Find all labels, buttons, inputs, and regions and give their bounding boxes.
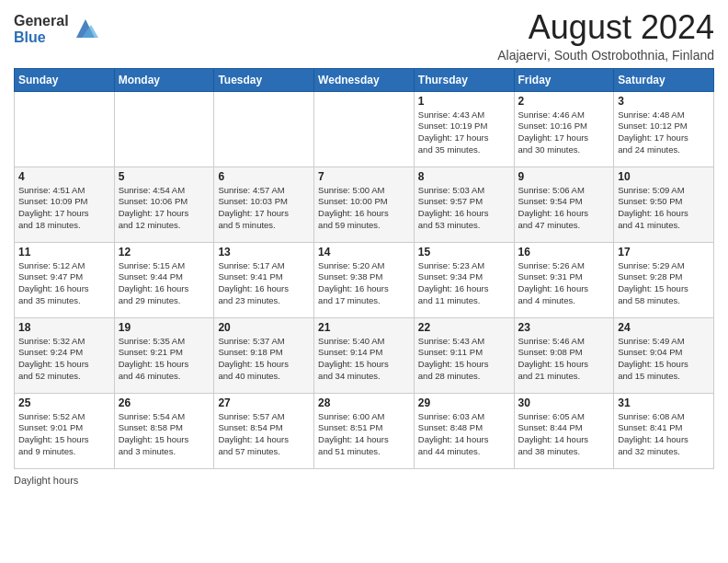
title-area: August 2024 Alajaervi, South Ostrobothni… bbox=[497, 9, 714, 63]
calendar-cell: 10Sunrise: 5:09 AM Sunset: 9:50 PM Dayli… bbox=[614, 167, 714, 242]
day-info: Sunrise: 5:49 AM Sunset: 9:04 PM Dayligh… bbox=[618, 336, 710, 383]
day-info: Sunrise: 5:17 AM Sunset: 9:41 PM Dayligh… bbox=[218, 260, 310, 307]
day-number: 1 bbox=[418, 95, 510, 108]
day-number: 3 bbox=[618, 95, 710, 108]
calendar-cell: 27Sunrise: 5:57 AM Sunset: 8:54 PM Dayli… bbox=[214, 393, 314, 468]
calendar-cell: 3Sunrise: 4:48 AM Sunset: 10:12 PM Dayli… bbox=[614, 91, 714, 167]
calendar-cell: 30Sunrise: 6:05 AM Sunset: 8:44 PM Dayli… bbox=[514, 393, 614, 468]
day-info: Sunrise: 5:35 AM Sunset: 9:21 PM Dayligh… bbox=[119, 336, 210, 383]
day-info: Sunrise: 6:03 AM Sunset: 8:48 PM Dayligh… bbox=[418, 411, 510, 458]
day-info: Sunrise: 6:00 AM Sunset: 8:51 PM Dayligh… bbox=[318, 411, 410, 458]
day-number: 31 bbox=[618, 396, 710, 409]
calendar-cell: 20Sunrise: 5:37 AM Sunset: 9:18 PM Dayli… bbox=[214, 317, 314, 393]
calendar-cell: 4Sunrise: 4:51 AM Sunset: 10:09 PM Dayli… bbox=[15, 167, 115, 242]
day-info: Sunrise: 4:48 AM Sunset: 10:12 PM Daylig… bbox=[618, 109, 710, 156]
day-number: 30 bbox=[518, 396, 610, 409]
week-row-3: 11Sunrise: 5:12 AM Sunset: 9:47 PM Dayli… bbox=[15, 242, 714, 317]
day-number: 20 bbox=[218, 321, 310, 334]
day-info: Sunrise: 4:46 AM Sunset: 10:16 PM Daylig… bbox=[518, 109, 610, 156]
calendar-cell bbox=[114, 91, 214, 167]
calendar-cell: 8Sunrise: 5:03 AM Sunset: 9:57 PM Daylig… bbox=[414, 167, 514, 242]
logo-general: General bbox=[14, 13, 69, 29]
day-header-sunday: Sunday bbox=[15, 68, 115, 91]
day-number: 27 bbox=[218, 396, 310, 409]
day-info: Sunrise: 5:23 AM Sunset: 9:34 PM Dayligh… bbox=[418, 260, 510, 307]
day-info: Sunrise: 5:00 AM Sunset: 10:00 PM Daylig… bbox=[318, 185, 410, 232]
day-number: 6 bbox=[218, 170, 310, 183]
day-number: 28 bbox=[318, 396, 410, 409]
calendar-cell: 25Sunrise: 5:52 AM Sunset: 9:01 PM Dayli… bbox=[15, 393, 115, 468]
day-info: Sunrise: 5:03 AM Sunset: 9:57 PM Dayligh… bbox=[418, 185, 510, 232]
day-number: 14 bbox=[318, 246, 410, 259]
day-number: 11 bbox=[18, 246, 110, 259]
calendar-cell: 21Sunrise: 5:40 AM Sunset: 9:14 PM Dayli… bbox=[314, 317, 415, 393]
header-area: General Blue August 2024 Alajaervi, Sout… bbox=[14, 9, 714, 63]
calendar-cell: 9Sunrise: 5:06 AM Sunset: 9:54 PM Daylig… bbox=[514, 167, 614, 242]
day-info: Sunrise: 5:37 AM Sunset: 9:18 PM Dayligh… bbox=[218, 336, 310, 383]
logo-blue: Blue bbox=[14, 29, 69, 46]
calendar-cell: 24Sunrise: 5:49 AM Sunset: 9:04 PM Dayli… bbox=[614, 317, 714, 393]
day-info: Sunrise: 5:57 AM Sunset: 8:54 PM Dayligh… bbox=[218, 411, 310, 458]
day-info: Sunrise: 5:15 AM Sunset: 9:44 PM Dayligh… bbox=[119, 260, 210, 307]
calendar-cell: 11Sunrise: 5:12 AM Sunset: 9:47 PM Dayli… bbox=[15, 242, 115, 317]
day-number: 7 bbox=[318, 170, 410, 183]
day-number: 5 bbox=[119, 170, 210, 183]
day-header-friday: Friday bbox=[514, 68, 614, 91]
week-row-2: 4Sunrise: 4:51 AM Sunset: 10:09 PM Dayli… bbox=[15, 167, 714, 242]
day-header-wednesday: Wednesday bbox=[314, 68, 415, 91]
day-header-monday: Monday bbox=[114, 68, 214, 91]
day-info: Sunrise: 6:08 AM Sunset: 8:41 PM Dayligh… bbox=[618, 411, 710, 458]
day-info: Sunrise: 4:54 AM Sunset: 10:06 PM Daylig… bbox=[119, 185, 210, 232]
calendar-cell: 12Sunrise: 5:15 AM Sunset: 9:44 PM Dayli… bbox=[114, 242, 214, 317]
logo-text: General Blue bbox=[14, 13, 98, 45]
day-number: 29 bbox=[418, 396, 510, 409]
calendar-cell bbox=[314, 91, 415, 167]
day-number: 4 bbox=[18, 170, 110, 183]
calendar-cell: 14Sunrise: 5:20 AM Sunset: 9:38 PM Dayli… bbox=[314, 242, 415, 317]
calendar-cell: 19Sunrise: 5:35 AM Sunset: 9:21 PM Dayli… bbox=[114, 317, 214, 393]
calendar-cell: 7Sunrise: 5:00 AM Sunset: 10:00 PM Dayli… bbox=[314, 167, 415, 242]
calendar-cell: 1Sunrise: 4:43 AM Sunset: 10:19 PM Dayli… bbox=[414, 91, 514, 167]
day-header-saturday: Saturday bbox=[614, 68, 714, 91]
day-info: Sunrise: 5:09 AM Sunset: 9:50 PM Dayligh… bbox=[618, 185, 710, 232]
calendar-cell: 31Sunrise: 6:08 AM Sunset: 8:41 PM Dayli… bbox=[614, 393, 714, 468]
calendar-cell: 29Sunrise: 6:03 AM Sunset: 8:48 PM Dayli… bbox=[414, 393, 514, 468]
day-number: 21 bbox=[318, 321, 410, 334]
day-header-thursday: Thursday bbox=[414, 68, 514, 91]
week-row-5: 25Sunrise: 5:52 AM Sunset: 9:01 PM Dayli… bbox=[15, 393, 714, 468]
day-number: 8 bbox=[418, 170, 510, 183]
calendar-cell: 6Sunrise: 4:57 AM Sunset: 10:03 PM Dayli… bbox=[214, 167, 314, 242]
day-info: Sunrise: 4:57 AM Sunset: 10:03 PM Daylig… bbox=[218, 185, 310, 232]
day-info: Sunrise: 5:40 AM Sunset: 9:14 PM Dayligh… bbox=[318, 336, 410, 383]
day-number: 25 bbox=[18, 396, 110, 409]
calendar-cell: 18Sunrise: 5:32 AM Sunset: 9:24 PM Dayli… bbox=[15, 317, 115, 393]
day-number: 18 bbox=[18, 321, 110, 334]
day-info: Sunrise: 5:12 AM Sunset: 9:47 PM Dayligh… bbox=[18, 260, 110, 307]
calendar-title: August 2024 bbox=[497, 9, 714, 46]
footer-note: Daylight hours bbox=[14, 475, 714, 486]
page: General Blue August 2024 Alajaervi, Sout… bbox=[0, 0, 728, 563]
day-info: Sunrise: 5:54 AM Sunset: 8:58 PM Dayligh… bbox=[119, 411, 210, 458]
day-number: 19 bbox=[119, 321, 210, 334]
day-number: 24 bbox=[618, 321, 710, 334]
day-number: 9 bbox=[518, 170, 610, 183]
day-info: Sunrise: 5:43 AM Sunset: 9:11 PM Dayligh… bbox=[418, 336, 510, 383]
day-number: 13 bbox=[218, 246, 310, 259]
day-number: 26 bbox=[119, 396, 210, 409]
day-number: 16 bbox=[518, 246, 610, 259]
day-info: Sunrise: 5:52 AM Sunset: 9:01 PM Dayligh… bbox=[18, 411, 110, 458]
day-info: Sunrise: 4:51 AM Sunset: 10:09 PM Daylig… bbox=[18, 185, 110, 232]
calendar-subtitle: Alajaervi, South Ostrobothnia, Finland bbox=[497, 48, 714, 63]
calendar-cell: 15Sunrise: 5:23 AM Sunset: 9:34 PM Dayli… bbox=[414, 242, 514, 317]
calendar-table: SundayMondayTuesdayWednesdayThursdayFrid… bbox=[14, 68, 714, 469]
day-number: 12 bbox=[119, 246, 210, 259]
day-info: Sunrise: 5:29 AM Sunset: 9:28 PM Dayligh… bbox=[618, 260, 710, 307]
day-info: Sunrise: 5:06 AM Sunset: 9:54 PM Dayligh… bbox=[518, 185, 610, 232]
day-number: 23 bbox=[518, 321, 610, 334]
calendar-cell: 23Sunrise: 5:46 AM Sunset: 9:08 PM Dayli… bbox=[514, 317, 614, 393]
calendar-cell: 2Sunrise: 4:46 AM Sunset: 10:16 PM Dayli… bbox=[514, 91, 614, 167]
calendar-cell: 13Sunrise: 5:17 AM Sunset: 9:41 PM Dayli… bbox=[214, 242, 314, 317]
day-info: Sunrise: 5:20 AM Sunset: 9:38 PM Dayligh… bbox=[318, 260, 410, 307]
calendar-cell: 17Sunrise: 5:29 AM Sunset: 9:28 PM Dayli… bbox=[614, 242, 714, 317]
calendar-cell: 22Sunrise: 5:43 AM Sunset: 9:11 PM Dayli… bbox=[414, 317, 514, 393]
